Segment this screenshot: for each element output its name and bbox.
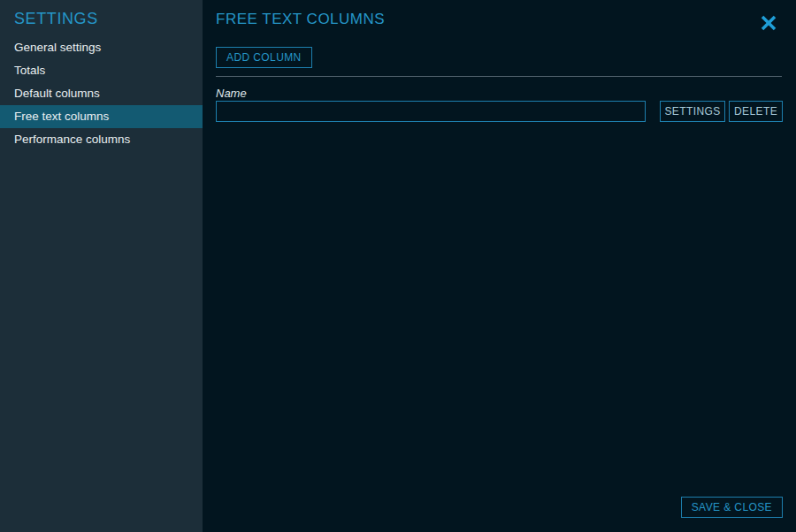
sidebar-item-totals[interactable]: Totals xyxy=(0,59,203,82)
main-panel: FREE TEXT COLUMNS ADD COLUMN Name SETTIN… xyxy=(203,0,796,532)
sidebar-item-free-text-columns[interactable]: Free text columns xyxy=(0,105,203,128)
sidebar-item-general-settings[interactable]: General settings xyxy=(0,36,203,59)
name-input[interactable] xyxy=(216,101,646,122)
sidebar-item-default-columns[interactable]: Default columns xyxy=(0,82,203,105)
sidebar: SETTINGS General settings Totals Default… xyxy=(0,0,203,532)
column-delete-button[interactable]: DELETE xyxy=(729,101,783,122)
divider xyxy=(216,76,782,77)
column-settings-button[interactable]: SETTINGS xyxy=(660,101,725,122)
sidebar-title: SETTINGS xyxy=(14,10,98,28)
sidebar-nav: General settings Totals Default columns … xyxy=(0,36,203,151)
save-close-button[interactable]: SAVE & CLOSE xyxy=(681,497,783,518)
close-icon[interactable] xyxy=(759,13,778,33)
name-label: Name xyxy=(216,87,247,100)
panel-title: FREE TEXT COLUMNS xyxy=(216,11,385,28)
settings-window: SETTINGS General settings Totals Default… xyxy=(0,0,796,532)
add-column-button[interactable]: ADD COLUMN xyxy=(216,47,312,68)
sidebar-item-performance-columns[interactable]: Performance columns xyxy=(0,128,203,151)
